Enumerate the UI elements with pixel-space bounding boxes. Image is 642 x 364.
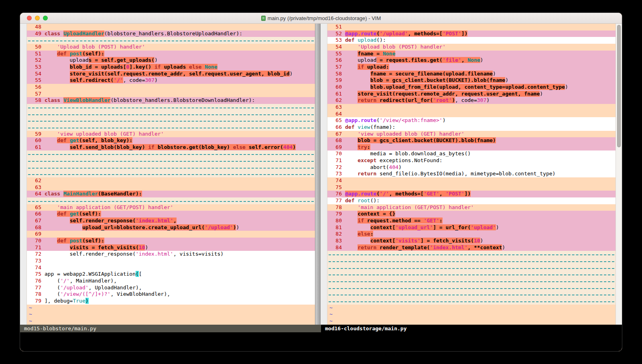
code-line: 72 abort(404)	[327, 164, 616, 171]
filler-dashes	[28, 104, 314, 108]
line-number: 54	[27, 71, 45, 77]
code-text: fname = secure_filename(upload.filename)	[345, 71, 616, 77]
line-number: 53	[327, 37, 345, 44]
code-text	[45, 24, 315, 31]
line-number: 52	[327, 31, 345, 37]
left-pane[interactable]: 4849class UploadHandler(blobstore_handle…	[27, 24, 315, 325]
line-number: 64	[27, 191, 45, 197]
line-number: 65	[327, 117, 345, 124]
code-text	[45, 258, 315, 264]
line-number: 56	[27, 84, 45, 91]
code-text: self.render_response('index.html',	[45, 218, 315, 224]
diff-filler-line	[327, 291, 616, 298]
code-line: 63	[27, 184, 315, 191]
code-text: if upload:	[345, 64, 616, 71]
code-line: 51 def post(self):	[27, 51, 315, 57]
code-text: store_visit(self.request.remote_addr, se…	[45, 71, 315, 77]
code-line: 52@app.route('/upload', methods=['POST']…	[327, 31, 616, 37]
code-text: def root():	[345, 197, 616, 204]
code-line: 54 store_visit(self.request.remote_addr,…	[27, 71, 315, 77]
code-line: 53def upload():	[327, 37, 616, 44]
code-line: 59 'view uploaded blob (GET) handler'	[27, 131, 315, 138]
code-text: def upload():	[345, 37, 616, 44]
diff-filler-line	[327, 278, 616, 285]
filler-dashes	[28, 197, 314, 202]
line-number: 75	[327, 184, 345, 191]
line-number: 68	[27, 224, 45, 231]
code-line: 61 self.send_blob(blob_key) if blobstore…	[27, 144, 315, 151]
statusline-left: mod15-blobstore/main.py	[20, 325, 321, 332]
line-number: 69	[27, 231, 45, 238]
line-number: 58	[27, 97, 45, 104]
code-line: 66 def get(self):	[27, 211, 315, 218]
code-text	[345, 24, 616, 31]
code-text: ('/upload', UploadHandler),	[45, 285, 315, 291]
code-line: 60 blob.upload_from_file(upload, content…	[327, 84, 616, 91]
line-number: 50	[27, 44, 45, 51]
code-text: 'view uploaded blob (GET) handler'	[345, 131, 616, 138]
code-text: @app.route('/upload', methods=['POST'])	[345, 31, 616, 37]
code-text	[45, 231, 315, 238]
code-line: 69 try:	[327, 144, 616, 151]
code-text: uploads = self.get_uploads()	[45, 57, 315, 64]
code-text: return send_file(io.BytesIO(media), mime…	[345, 171, 616, 177]
scrollbar-thumb[interactable]	[617, 25, 621, 147]
code-text: return render_template('index.html', **c…	[345, 244, 616, 251]
line-number: 59	[27, 131, 45, 138]
code-line: 56 upload = request.files.get('file', No…	[327, 57, 616, 64]
line-number: 63	[327, 104, 345, 111]
line-number: 53	[27, 64, 45, 71]
code-line: 68 blob = gcs_client.bucket(BUCKET).blob…	[327, 137, 616, 144]
diff-filler-line	[27, 171, 315, 177]
desktop: main.py (/private/tmp/mod16-cloudstorage…	[0, 0, 642, 364]
right-pane-rows: 5152@app.route('/upload', methods=['POST…	[327, 24, 616, 325]
line-number: 78	[327, 204, 345, 211]
line-number: 70	[27, 238, 45, 244]
diff-filler-line	[27, 150, 315, 157]
file-icon	[261, 16, 266, 21]
line-number: 65	[27, 204, 45, 211]
diff-filler-line	[27, 104, 315, 111]
tilde-marker: ~	[27, 305, 32, 311]
filler-dashes	[329, 264, 614, 269]
right-pane[interactable]: 5152@app.route('/upload', methods=['POST…	[327, 24, 616, 325]
titlebar[interactable]: main.py (/private/tmp/mod16-cloudstorage…	[20, 13, 622, 24]
window-split-divider[interactable]	[315, 24, 321, 325]
tilde-line: ~	[327, 305, 616, 311]
diff-filler-line	[27, 124, 315, 131]
statusline-left-label: mod15-blobstore/main.py	[24, 325, 96, 331]
code-text: return redirect(url_for('root'), code=30…	[345, 97, 616, 104]
code-line: 62 return redirect(url_for('root'), code…	[327, 97, 616, 104]
code-line: 79 context = {}	[327, 211, 616, 218]
code-text: blob = gcs_client.bucket(BUCKET).blob(fn…	[345, 137, 616, 144]
filler-dashes	[28, 164, 314, 169]
line-number: 68	[327, 137, 345, 144]
code-text: self.send_blob(blob_key) if blobstore.ge…	[45, 144, 315, 151]
code-line: 48	[27, 24, 315, 31]
filler-dashes	[329, 298, 614, 302]
line-number: 81	[327, 224, 345, 231]
line-number: 54	[327, 44, 345, 51]
line-number: 73	[327, 171, 345, 177]
code-line: 74	[327, 177, 616, 184]
code-text: blob_id = uploads[0].key() if uploads el…	[45, 64, 315, 71]
code-line: 66def view(fname):	[327, 124, 616, 131]
line-number: 73	[27, 258, 45, 264]
diff-filler-line	[327, 258, 616, 264]
scrollbar[interactable]	[616, 24, 622, 325]
code-text: if request.method == 'GET':	[345, 218, 616, 224]
code-text: def post(self):	[45, 238, 315, 244]
line-number: 51	[327, 24, 345, 31]
diff-filler-line	[27, 111, 315, 118]
code-text: def get(self, blob_key):	[45, 137, 315, 144]
line-number: 79	[27, 298, 45, 305]
code-text: class UploadHandler(blobstore_handlers.B…	[45, 31, 315, 37]
code-text: @app.route('/view/<path:fname>')	[345, 117, 616, 124]
code-line: 84 return render_template('index.html', …	[327, 244, 616, 251]
code-text	[45, 184, 315, 191]
code-text: blob.upload_from_file(upload, content_ty…	[345, 84, 616, 91]
left-pane-rows: 4849class UploadHandler(blobstore_handle…	[27, 24, 315, 325]
code-text	[45, 84, 315, 91]
window-title-wrap: main.py (/private/tmp/mod16-cloudstorage…	[20, 15, 622, 21]
code-line: 51	[327, 24, 616, 31]
